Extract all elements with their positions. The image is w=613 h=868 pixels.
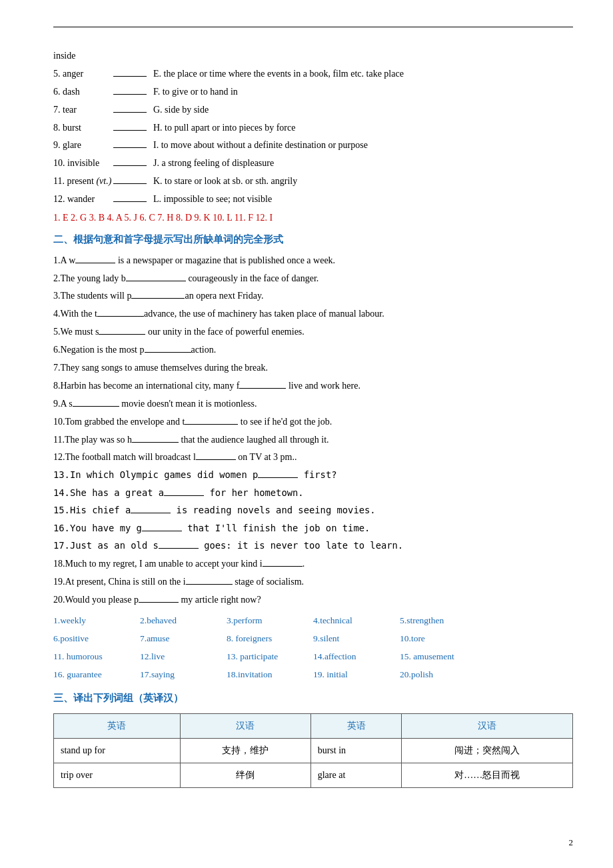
item-num: 10. invisible — [53, 155, 113, 172]
answer-blank — [113, 76, 147, 77]
item-num: 5. anger — [53, 65, 113, 83]
item-def: L. impossible to see; not visible — [153, 191, 573, 208]
answer-blank — [113, 201, 147, 202]
answer-blank — [113, 112, 147, 113]
matching-section: 5. anger E. the place or time where the … — [53, 65, 573, 208]
answer-11: 11. humorous — [53, 649, 140, 665]
sent-3: 3.The students will pan opera next Frida… — [53, 287, 573, 305]
vocab-table: 英语 汉语 英语 汉语 stand up for 支持，维护 burst in … — [53, 713, 573, 788]
answer-20: 20.polish — [400, 667, 486, 683]
item-def: J. a strong feeling of displeasure — [153, 155, 573, 172]
answer-6: 6.positive — [53, 631, 140, 647]
sent-10: 10.Tom grabbed the envelope and t to see… — [53, 413, 573, 431]
top-divider — [53, 27, 573, 27]
answer-12: 12.live — [140, 649, 227, 665]
answer-5: 5.strengthen — [400, 613, 486, 629]
answer-blank — [113, 183, 147, 184]
sent-17: 17.Just as an old s goes: it is never to… — [53, 537, 573, 555]
zh1-cell: 支持，维护 — [180, 739, 310, 763]
item-def: K. to stare or look at sb. or sth. angri… — [153, 173, 573, 190]
answers-row-1: 1.weekly 2.behaved 3.perform 4.technical… — [53, 613, 573, 629]
answer-10: 10.tore — [400, 631, 486, 647]
matching-item-9: 9. glare I. to move about without a defi… — [53, 137, 573, 154]
matching-item-10: 10. invisible J. a strong feeling of dis… — [53, 155, 573, 172]
answer-4: 4.technical — [313, 613, 400, 629]
inside-label: inside — [53, 47, 573, 65]
answer-19: 19. initial — [313, 667, 400, 683]
en2-cell: burst in — [310, 739, 402, 763]
section3-header: 三、译出下列词组（英译汉） — [53, 689, 573, 708]
sent-12: 12.The football match will broadcast l o… — [53, 449, 573, 466]
answer-9: 9.silent — [313, 631, 400, 647]
answers-row-2: 6.positive 7.amuse 8. foreigners 9.silen… — [53, 631, 573, 647]
sent-15: 15.His chief a is reading novels and see… — [53, 502, 573, 519]
answer-blank — [113, 130, 147, 131]
section2-answers: 1.weekly 2.behaved 3.perform 4.technical… — [53, 613, 573, 683]
item-num: 11. present (vt.) — [53, 173, 113, 190]
main-content: inside 5. anger E. the place or time whe… — [53, 47, 573, 788]
col-header-zh1: 汉语 — [180, 714, 310, 739]
sent-18: 18.Much to my regret, I am unable to acc… — [53, 555, 573, 573]
sent-9: 9.A s movie doesn't mean it is motionles… — [53, 395, 573, 413]
answers-row-3: 11. humorous 12.live 13. participate 14.… — [53, 649, 573, 665]
item-def: G. side by side — [153, 101, 573, 119]
answer-17: 17.saying — [140, 667, 227, 683]
zh1-cell: 绊倒 — [180, 763, 310, 788]
sent-19: 19.At present, China is still on the i s… — [53, 573, 573, 591]
sent-4: 4.With the tadvance, the use of machiner… — [53, 305, 573, 323]
item-def: E. the place or time where the events in… — [153, 65, 573, 83]
answer-blank — [113, 147, 147, 148]
en1-cell: trip over — [54, 763, 181, 788]
matching-item-6: 6. dash F. to give or to hand in — [53, 83, 573, 101]
sent-8: 8.Harbin has become an international cit… — [53, 377, 573, 395]
answer-14: 14.affection — [313, 649, 400, 665]
section2-header: 二、根据句意和首字母提示写出所缺单词的完全形式 — [53, 231, 573, 249]
sent-5: 5.We must s our unity in the face of pow… — [53, 323, 573, 341]
answer-18: 18.invitation — [227, 667, 313, 683]
item-def: I. to move about without a definite dest… — [153, 137, 573, 154]
matching-item-5: 5. anger E. the place or time where the … — [53, 65, 573, 83]
matching-item-7: 7. tear G. side by side — [53, 101, 573, 119]
section2-sentences: 1.A w is a newspaper or magazine that is… — [53, 252, 573, 609]
answer-1: 1.weekly — [53, 613, 140, 629]
sent-13: 13.In which Olympic games did women p fi… — [53, 467, 573, 484]
en2-cell: glare at — [310, 763, 402, 788]
sent-6: 6.Negation is the most paction. — [53, 341, 573, 359]
answer-16: 16. guarantee — [53, 667, 140, 683]
sent-1: 1.A w is a newspaper or magazine that is… — [53, 252, 573, 269]
table-row: stand up for 支持，维护 burst in 闯进；突然闯入 — [54, 739, 573, 763]
answer-blank — [113, 165, 147, 166]
sent-2: 2.The young lady b courageously in the f… — [53, 270, 573, 287]
page-number: 2 — [569, 837, 574, 848]
sent-20: 20.Would you please p my article right n… — [53, 591, 573, 609]
answers-row-4: 16. guarantee 17.saying 18.invitation 19… — [53, 667, 573, 683]
matching-item-12: 12. wander L. impossible to see; not vis… — [53, 191, 573, 208]
item-def: F. to give or to hand in — [153, 83, 573, 101]
col-header-en2: 英语 — [310, 714, 402, 739]
answer-blank — [113, 94, 147, 95]
answer-15: 15. amusement — [400, 649, 486, 665]
col-header-en1: 英语 — [54, 714, 181, 739]
answer-13: 13. participate — [227, 649, 313, 665]
sent-16: 16.You have my g that I'll finish the jo… — [53, 520, 573, 537]
sent-11: 11.The play was so h that the audience l… — [53, 431, 573, 449]
en1-cell: stand up for — [54, 739, 181, 763]
table-row: trip over 绊倒 glare at 对……怒目而视 — [54, 763, 573, 788]
answer-8: 8. foreigners — [227, 631, 313, 647]
item-def: H. to pull apart or into pieces by force — [153, 119, 573, 137]
col-header-zh2: 汉语 — [402, 714, 573, 739]
sent-14: 14.She has a great a for her hometown. — [53, 485, 573, 502]
sent-7: 7.They sang songs to amuse themselves du… — [53, 359, 573, 377]
item-num: 7. tear — [53, 101, 113, 119]
zh2-cell: 闯进；突然闯入 — [402, 739, 573, 763]
item-num: 12. wander — [53, 191, 113, 208]
item-num: 8. burst — [53, 119, 113, 137]
section1-answers: 1. E 2. G 3. B 4. A 5. J 6. C 7. H 8. D … — [53, 209, 573, 227]
item-num: 9. glare — [53, 137, 113, 154]
answer-2: 2.behaved — [140, 613, 227, 629]
item-num: 6. dash — [53, 83, 113, 101]
matching-item-8: 8. burst H. to pull apart or into pieces… — [53, 119, 573, 137]
zh2-cell: 对……怒目而视 — [402, 763, 573, 788]
answer-3: 3.perform — [227, 613, 313, 629]
matching-item-11: 11. present (vt.) K. to stare or look at… — [53, 173, 573, 190]
